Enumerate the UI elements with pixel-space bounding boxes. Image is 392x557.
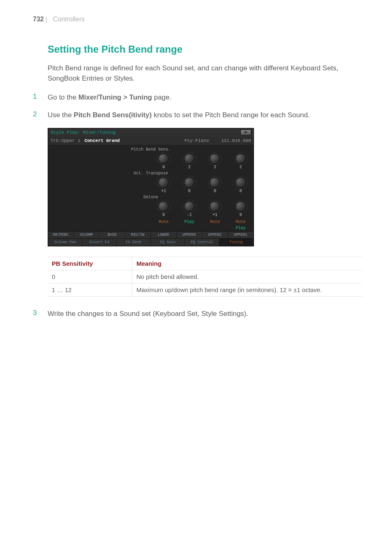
step-text-pre: Use the xyxy=(48,111,74,119)
track-cell[interactable]: ACCOMP xyxy=(74,232,100,238)
knob-empty xyxy=(74,200,100,219)
track-cell[interactable]: MIC/IN xyxy=(125,232,151,238)
knob-value: 2 xyxy=(188,165,191,169)
tab-eq-gain[interactable]: EQ Gain xyxy=(151,239,185,246)
knob-value: 0 xyxy=(240,213,242,217)
track-cell[interactable]: UPPER2 xyxy=(202,232,228,238)
oct-transpose-group: Oct. Transpose +1 0 0 0 xyxy=(48,171,254,195)
step-text-strong: Pitch Bend Sens(itivity) xyxy=(74,111,152,119)
table-cell: Maximum up/down pitch bend range (in sem… xyxy=(132,283,362,296)
knob-empty xyxy=(48,153,74,171)
window-title-bar: Style Play: Mixer/Tuning xyxy=(48,128,254,137)
knob-value: 0 xyxy=(240,189,242,193)
detune-knob[interactable]: -1 xyxy=(177,200,203,219)
knob-value: 2 xyxy=(240,165,242,169)
table-cell: 0 xyxy=(48,270,132,283)
step-3: 3 Write the changes to a Sound set (Keyb… xyxy=(33,309,359,319)
detune-knob[interactable]: 0 xyxy=(151,200,177,219)
oct-knob[interactable]: 0 xyxy=(202,176,228,195)
page-number: 732 xyxy=(33,16,44,23)
track-cell[interactable]: LOWER xyxy=(151,232,177,238)
group-label: Detune xyxy=(48,195,254,200)
track-label: Trk:Upper 1 xyxy=(51,138,81,143)
table-row: 1 … 12 Maximum up/down pitch bend range … xyxy=(48,283,362,296)
knob-empty xyxy=(48,176,74,195)
status-play[interactable]: Play xyxy=(228,225,254,231)
status-empty xyxy=(48,225,74,231)
pb-knob[interactable]: 2 xyxy=(177,153,203,171)
status-empty xyxy=(125,219,151,225)
detune-knob[interactable]: 0 xyxy=(228,200,254,219)
tab-fx-send[interactable]: FX Send xyxy=(117,239,151,246)
status-play[interactable]: Play xyxy=(177,219,203,225)
table-row: 0 No pitch bend allowed. xyxy=(48,270,362,283)
knob-empty xyxy=(99,176,125,195)
step-2: 2 Use the Pitch Bend Sens(itivity) knobs… xyxy=(33,110,359,121)
step-number: 3 xyxy=(33,309,48,319)
section-heading: Setting the Pitch Bend range xyxy=(48,44,359,55)
pb-knob[interactable]: 2 xyxy=(202,153,228,171)
knob-empty xyxy=(125,200,151,219)
play-indicator-row: Play xyxy=(48,225,254,231)
table-cell: No pitch bend allowed. xyxy=(132,270,362,283)
status-empty xyxy=(74,219,100,225)
knob-value: 0 xyxy=(162,213,165,217)
knob-value: +1 xyxy=(161,189,166,193)
tab-volume-pan[interactable]: Volume Pan xyxy=(48,239,82,246)
status-empty xyxy=(125,225,151,231)
step-text: Use the Pitch Bend Sens(itivity) knobs t… xyxy=(48,110,359,121)
knob-value: 2 xyxy=(214,165,216,169)
knob-value: +1 xyxy=(212,213,217,217)
status-empty xyxy=(48,219,74,225)
detune-knob[interactable]: +1 xyxy=(202,200,228,219)
step-number: 1 xyxy=(33,93,48,103)
table-cell: 1 … 12 xyxy=(48,283,132,296)
dropdown-icon[interactable] xyxy=(240,130,251,135)
step-text: Write the changes to a Sound set (Keyboa… xyxy=(48,309,359,319)
status-empty xyxy=(177,225,203,231)
oct-knob[interactable]: +1 xyxy=(151,176,177,195)
bottom-tabs: Volume Pan Insert FX FX Send EQ Gain EQ … xyxy=(48,238,254,246)
knob-empty xyxy=(99,200,125,219)
status-empty xyxy=(74,225,100,231)
oct-knob[interactable]: 0 xyxy=(177,176,203,195)
track-cell[interactable]: DR/PERC xyxy=(48,232,74,238)
oct-knob[interactable]: 0 xyxy=(228,176,254,195)
pb-knob[interactable]: 0 xyxy=(151,153,177,171)
group-label: Oct. Transpose xyxy=(48,171,254,176)
step-text-pre: Go to the xyxy=(48,93,78,101)
table-header: Meaning xyxy=(132,257,362,270)
knob-empty xyxy=(48,200,74,219)
knob-empty xyxy=(125,176,151,195)
status-mute[interactable]: Mute xyxy=(202,219,228,225)
step-text-post: page. xyxy=(152,93,171,101)
knob-empty xyxy=(74,153,100,171)
status-empty xyxy=(99,225,125,231)
knob-empty xyxy=(74,176,100,195)
table-header: PB Sensitivity xyxy=(48,257,132,270)
track-cell[interactable]: BASS xyxy=(99,232,125,238)
knob-value: -1 xyxy=(187,213,192,217)
intro-paragraph: Pitch Bend range is defined for each Sou… xyxy=(48,63,359,84)
tab-tuning[interactable]: Tuning xyxy=(219,239,254,246)
table-header-row: PB Sensitivity Meaning xyxy=(48,257,362,270)
tab-eq-control[interactable]: EQ Control xyxy=(185,239,219,246)
status-mute[interactable]: Mute xyxy=(228,219,254,225)
track-info-bar: Trk:Upper 1 Concert Grand Fty-Piano 121.… xyxy=(48,137,254,145)
sound-code: 121.016.000 xyxy=(221,138,251,143)
status-mute[interactable]: Mute xyxy=(151,219,177,225)
status-empty xyxy=(99,219,125,225)
sound-family: Fty-Piano xyxy=(184,138,209,143)
knob-value: 0 xyxy=(214,189,216,193)
track-cell[interactable]: UPPER1 xyxy=(228,232,254,238)
step-text-strong: Mixer/Tuning > Tuning xyxy=(78,93,152,101)
tab-insert-fx[interactable]: Insert FX xyxy=(82,239,116,246)
pb-knob[interactable]: 2 xyxy=(228,153,254,171)
knob-value: 0 xyxy=(188,189,191,193)
track-name-row: DR/PERC ACCOMP BASS MIC/IN LOWER UPPER3 … xyxy=(48,231,254,238)
mixer-tuning-screenshot: Style Play: Mixer/Tuning Trk:Upper 1 Con… xyxy=(48,128,254,246)
track-cell[interactable]: UPPER3 xyxy=(177,232,203,238)
chapter-name: Controllers xyxy=(53,16,85,23)
pb-sensitivity-table: PB Sensitivity Meaning 0 No pitch bend a… xyxy=(48,257,362,297)
step-text: Go to the Mixer/Tuning > Tuning page. xyxy=(48,93,359,103)
